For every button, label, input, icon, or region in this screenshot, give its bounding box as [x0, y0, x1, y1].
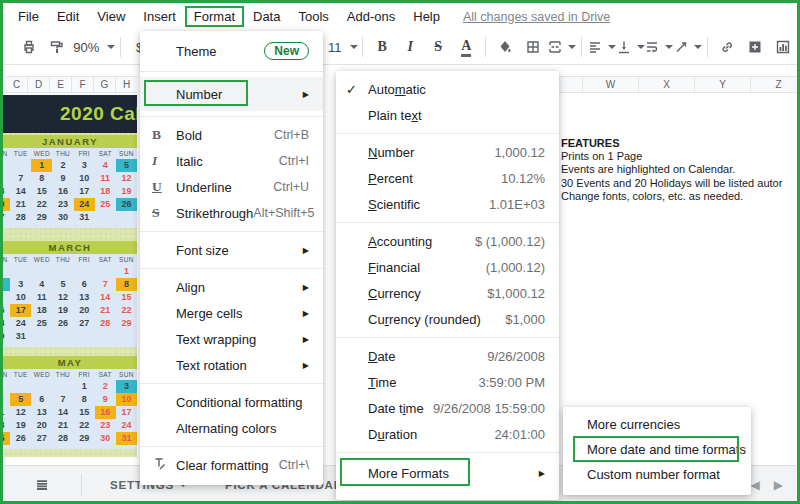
calendar-cell[interactable]: 20	[3, 198, 10, 211]
calendar-cell[interactable]	[95, 265, 116, 278]
calendar-cell[interactable]: 16	[3, 304, 10, 317]
comment-button[interactable]	[742, 34, 768, 60]
calendar-cell[interactable]	[10, 380, 31, 393]
menu-bar-item-view[interactable]: View	[88, 6, 134, 27]
calendar-cell[interactable]: 30	[3, 330, 10, 343]
menu-bar-item-insert[interactable]: Insert	[134, 6, 185, 27]
link-button[interactable]	[714, 34, 740, 60]
calendar-cell[interactable]: 26	[52, 317, 73, 330]
calendar-cell[interactable]: 9	[95, 393, 116, 406]
calendar-cell[interactable]: 24	[74, 198, 95, 211]
paint-format-button[interactable]	[44, 34, 70, 60]
calendar-cell[interactable]: 23	[3, 317, 10, 330]
column-header-C[interactable]: C	[6, 76, 28, 93]
calendar-cell[interactable]: 3	[116, 380, 137, 393]
column-header-D[interactable]: D	[28, 76, 50, 93]
calendar-cell[interactable]: 22	[74, 419, 95, 432]
calendar-cell[interactable]: 6	[3, 172, 10, 185]
calendar-cell[interactable]: 4	[31, 278, 52, 291]
calendar-cell[interactable]: 1	[74, 380, 95, 393]
calendar-cell[interactable]: 26	[116, 198, 137, 211]
number-menu-item-date-time[interactable]: Date time9/26/2008 15:59:00	[336, 395, 559, 421]
number-menu-item-automatic[interactable]: ✓Automatic	[336, 76, 559, 102]
format-menu-item-strikethrough[interactable]: SStrikethroughAlt+Shift+5	[140, 200, 323, 226]
calendar-cell[interactable]: 17	[10, 304, 31, 317]
calendar-cell[interactable]: 14	[52, 406, 73, 419]
number-menu-item-time[interactable]: Time3:59:00 PM	[336, 369, 559, 395]
calendar-cell[interactable]: 18	[3, 419, 10, 432]
calendar-cell[interactable]: 19	[116, 185, 137, 198]
month-header-january[interactable]: JANUARY	[3, 135, 137, 148]
menu-bar-item-edit[interactable]: Edit	[48, 6, 88, 27]
calendar-cell[interactable]: 5	[10, 393, 31, 406]
fill-color-button[interactable]	[492, 34, 518, 60]
bold-button[interactable]: B	[369, 34, 395, 60]
calendar-cell[interactable]: 29	[74, 432, 95, 445]
calendar-cell[interactable]: 2	[52, 159, 73, 172]
number-menu-item-scientific[interactable]: Scientific1.01E+03	[336, 191, 559, 217]
calendar-cell[interactable]: 21	[52, 419, 73, 432]
calendar-cell[interactable]: 12	[116, 172, 137, 185]
calendar-cell[interactable]: 11	[31, 291, 52, 304]
column-header-F[interactable]: F	[72, 76, 94, 93]
number-menu-item-date[interactable]: Date9/26/2008	[336, 343, 559, 369]
format-menu-item-italic[interactable]: IItalicCtrl+I	[140, 148, 323, 174]
calendar-cell[interactable]: 31	[116, 432, 137, 445]
menu-bar-item-help[interactable]: Help	[404, 6, 449, 27]
calendar-cell[interactable]: 8	[74, 393, 95, 406]
calendar-cell[interactable]: 27	[74, 317, 95, 330]
calendar-cell[interactable]: 28	[10, 211, 31, 224]
column-header-Z[interactable]: Z	[751, 76, 800, 93]
calendar-cell[interactable]: 2	[95, 380, 116, 393]
calendar-cell[interactable]	[10, 265, 31, 278]
calendar-cell[interactable]: 8	[116, 278, 137, 291]
column-header-G[interactable]: G	[94, 76, 116, 93]
calendar-cell[interactable]	[95, 330, 116, 343]
calendar-cell[interactable]: 25	[3, 432, 10, 445]
borders-button[interactable]	[520, 34, 546, 60]
calendar-cell[interactable]: 16	[52, 185, 73, 198]
calendar-cell[interactable]	[31, 380, 52, 393]
calendar-cell[interactable]: 21	[10, 198, 31, 211]
calendar-cell[interactable]: 24	[116, 419, 137, 432]
calendar-cell[interactable]: 26	[10, 432, 31, 445]
calendar-cell[interactable]: 30	[95, 432, 116, 445]
calendar-cell[interactable]: 25	[31, 317, 52, 330]
calendar-cell[interactable]: 19	[52, 304, 73, 317]
chart-button[interactable]	[770, 34, 796, 60]
calendar-cell[interactable]: 7	[95, 278, 116, 291]
zoom-select[interactable]: 90%	[72, 34, 114, 60]
calendar-cell[interactable]: 6	[31, 393, 52, 406]
number-menu-item-accounting[interactable]: Accounting$ (1,000.12)	[336, 228, 559, 254]
calendar-cell[interactable]: 31	[74, 211, 95, 224]
merge-cells-button[interactable]	[548, 34, 575, 60]
calendar-cell[interactable]: 28	[52, 432, 73, 445]
number-menu-item-currency-rounded[interactable]: Currency (rounded)$1,000	[336, 306, 559, 332]
number-menu-item-number[interactable]: Number1,000.12	[336, 139, 559, 165]
calendar-cell[interactable]: 8	[31, 172, 52, 185]
calendar-cell[interactable]: 18	[31, 304, 52, 317]
calendar-cell[interactable]: 7	[10, 172, 31, 185]
calendar-cell[interactable]: 4	[3, 393, 10, 406]
calendar-cell[interactable]: 30	[52, 211, 73, 224]
calendar-cell[interactable]: 27	[31, 432, 52, 445]
menu-bar-item-tools[interactable]: Tools	[289, 6, 337, 27]
calendar-cell[interactable]: 2	[3, 278, 10, 291]
month-header-may[interactable]: MAY	[3, 356, 137, 369]
number-menu-item-financial[interactable]: Financial(1,000.12)	[336, 254, 559, 280]
calendar-cell[interactable]: 23	[52, 198, 73, 211]
calendar-cell[interactable]	[52, 330, 73, 343]
calendar-cell[interactable]: 1	[116, 265, 137, 278]
calendar-cell[interactable]: 28	[95, 317, 116, 330]
number-menu-item-percent[interactable]: Percent10.12%	[336, 165, 559, 191]
format-menu-item-underline[interactable]: UUnderlineCtrl+U	[140, 174, 323, 200]
number-menu-item-plain-text[interactable]: Plain text	[336, 102, 559, 128]
format-menu-item-conditional-formatting[interactable]: Conditional formatting	[140, 389, 323, 415]
calendar-cell[interactable]: 22	[116, 304, 137, 317]
calendar-cell[interactable]: 21	[95, 304, 116, 317]
calendar-cell[interactable]: 10	[10, 291, 31, 304]
calendar-cell[interactable]: 24	[10, 317, 31, 330]
printer-button[interactable]	[16, 34, 42, 60]
calendar-cell[interactable]	[52, 380, 73, 393]
horizontal-align-button[interactable]	[588, 34, 615, 60]
